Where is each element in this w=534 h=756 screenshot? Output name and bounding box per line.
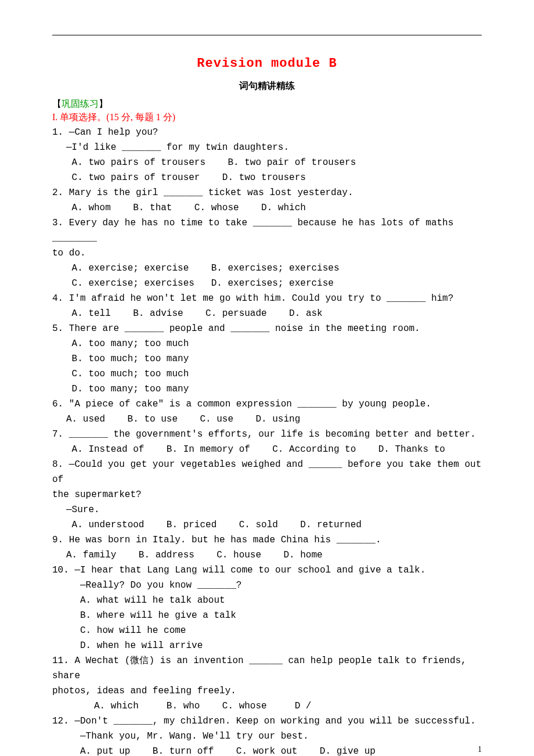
q6-line1: 6. "A piece of cake" is a common express… xyxy=(52,397,482,412)
q4-line1: 4. I'm afraid he won't let me go with hi… xyxy=(52,291,482,306)
top-divider xyxy=(52,35,482,35)
q10-line1: 10. —I hear that Lang Lang will come to … xyxy=(52,563,482,578)
q10-option-c: C. how will he come xyxy=(52,623,482,638)
q4-options: A. tell B. advise C. persuade D. ask xyxy=(52,306,482,321)
q3-options-1: A. exercise; exercise B. exercises; exer… xyxy=(52,261,482,276)
section-marker-text: 巩固练习 xyxy=(62,99,99,109)
page-number: 1 xyxy=(478,745,482,754)
page-subtitle: 词句精讲精练 xyxy=(52,80,482,92)
q11-line2: photos, ideas and feeling freely. xyxy=(52,683,482,699)
section-marker: 【巩固练习】 xyxy=(52,98,482,110)
q8-line2: the supermarket? xyxy=(52,487,482,502)
part-1-heading: I. 单项选择。(15 分, 每题 1 分) xyxy=(52,111,482,124)
q10-option-b: B. where will he give a talk xyxy=(52,608,482,623)
q1-line2: —I'd like _______ for my twin daughters. xyxy=(52,140,482,155)
q8-options: A. understood B. priced C. sold D. retur… xyxy=(52,517,482,532)
q10-option-d: D. when he will arrive xyxy=(52,638,482,653)
q9-line1: 9. He was born in Italy. but he has made… xyxy=(52,532,482,548)
q2-options: A. whom B. that C. whose D. which xyxy=(52,200,482,215)
q6-options: A. used B. to use C. use D. using xyxy=(52,412,482,427)
document-page: Revision module B 词句精讲精练 【巩固练习】 I. 单项选择。… xyxy=(0,0,534,756)
q5-option-d: D. too many; too many xyxy=(52,381,482,397)
q9-options: A. family B. address C. house D. home xyxy=(52,548,482,563)
q12-options: A. put up B. turn off C. work out D. giv… xyxy=(52,744,482,756)
q7-options: A. Instead of B. In memory of C. Accordi… xyxy=(52,442,482,457)
q5-line1: 5. There are _______ people and _______ … xyxy=(52,321,482,336)
page-title: Revision module B xyxy=(52,56,482,71)
q1-line1: 1. —Can I help you? xyxy=(52,125,482,140)
q1-options-1: A. two pairs of trousers B. two pair of … xyxy=(52,155,482,170)
q12-line1: 12. —Don't _______, my children. Keep on… xyxy=(52,714,482,729)
q10-option-a: A. what will he talk about xyxy=(52,593,482,608)
q11-options: A. which B. who C. whose D / xyxy=(52,699,482,714)
bracket-close: 】 xyxy=(99,99,108,109)
q5-option-c: C. too much; too much xyxy=(52,366,482,381)
q3-line1: 3. Every day he has no time to take ____… xyxy=(52,215,482,246)
q2-line1: 2. Mary is the girl _______ ticket was l… xyxy=(52,185,482,200)
q10-line2: —Really? Do you know _______? xyxy=(52,578,482,593)
q8-line3: —Sure. xyxy=(52,502,482,517)
q3-line2: to do. xyxy=(52,246,482,261)
q5-option-b: B. too much; too many xyxy=(52,351,482,366)
q11-line1: 11. A Wechat (微信) is an invention ______… xyxy=(52,653,482,683)
q1-options-2: C. two pairs of trouser D. two trousers xyxy=(52,170,482,185)
bracket-open: 【 xyxy=(52,99,62,109)
q12-line2: —Thank you, Mr. Wang. We'll try our best… xyxy=(52,729,482,744)
q5-option-a: A. too many; too much xyxy=(52,336,482,351)
q7-line1: 7. _______ the government's efforts, our… xyxy=(52,427,482,442)
q8-line1: 8. —Could you get your vegetables weighe… xyxy=(52,457,482,487)
q3-options-2: C. exercise; exercises D. exercises; exe… xyxy=(52,276,482,291)
